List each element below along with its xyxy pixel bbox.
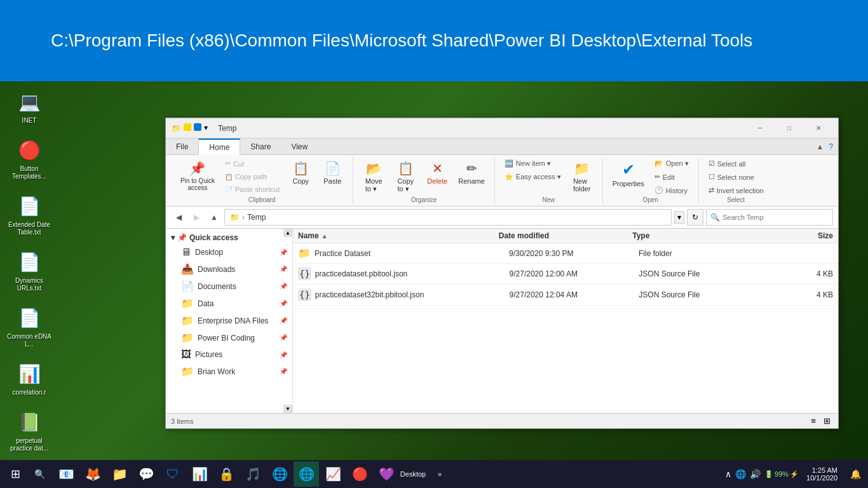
up-button[interactable]: ▲ <box>207 210 222 225</box>
pin-to-quick-access-button[interactable]: 📌 Pin to Quickaccess <box>176 158 219 194</box>
nav-item-desktop[interactable]: 🖥 Desktop 📌 <box>166 244 292 261</box>
edit-button[interactable]: ✏ Edit <box>650 171 693 183</box>
copy-to-button[interactable]: 📋 Copyto ▾ <box>390 158 421 196</box>
nav-item-power-bi-coding[interactable]: 📁 Power BI Coding 📌 <box>166 329 292 346</box>
organize-label: Organize <box>411 196 437 203</box>
data-pin-icon: 📌 <box>280 300 287 307</box>
network-icon[interactable]: 🌐 <box>735 469 746 479</box>
taskbar-red-app[interactable]: 🔴 <box>347 461 372 487</box>
search-box[interactable]: 🔍 <box>706 209 833 226</box>
taskbar-vs-app[interactable]: 💜 <box>374 461 399 487</box>
dropdown-button[interactable]: ▾ <box>674 211 684 224</box>
desktop-icon-button-templates[interactable]: 🔴 Button Templates... <box>6 137 52 180</box>
taskbar-music-app[interactable]: 🎵 <box>240 461 266 487</box>
column-date-modified[interactable]: Date modified <box>499 231 633 240</box>
rename-button[interactable]: ✏ Rename <box>454 158 489 188</box>
delete-button[interactable]: ✕ Delete <box>422 158 452 188</box>
open-button[interactable]: 📂 Open ▾ <box>650 158 693 170</box>
taskbar-clock[interactable]: 1:25 AM 10/1/2020 <box>801 466 843 482</box>
ribbon: File Home Share View ▲ ? 📌 Pin to Quicka… <box>166 139 838 207</box>
taskbar-search-button[interactable]: 🔍 <box>28 463 51 485</box>
ribbon-content: 📌 Pin to Quickaccess ✂ Cut 📋 Copy path <box>166 155 838 206</box>
maximize-button[interactable]: □ <box>775 118 804 139</box>
tab-share[interactable]: Share <box>240 139 281 154</box>
scroll-up-button[interactable]: ▲ <box>283 229 292 237</box>
desktop-icon-common-edna[interactable]: 📄 Common eDNA L... <box>6 305 52 348</box>
select-none-button[interactable]: ☐ Select none <box>704 171 759 183</box>
power-bi-nav-icon: 📁 <box>181 332 194 344</box>
help-icon[interactable]: ? <box>829 142 833 151</box>
cut-button[interactable]: ✂ Cut <box>220 158 284 170</box>
nav-item-data[interactable]: 📁 Data 📌 <box>166 295 292 312</box>
desktop-icon-dynamics-urls[interactable]: 📄 Dynamics URLs.txt <box>6 249 52 292</box>
back-button[interactable]: ◀ <box>171 210 186 225</box>
column-size[interactable]: Size <box>766 231 833 240</box>
table-row[interactable]: {} practicedataset.pbitool.json 9/27/202… <box>293 264 838 285</box>
nav-item-brian-work[interactable]: 📁 Brian Work 📌 <box>166 363 292 380</box>
paste-shortcut-button[interactable]: 📄 Paste shortcut <box>220 184 284 195</box>
paste-button[interactable]: 📄 Paste <box>317 158 348 188</box>
column-name[interactable]: Name ▲ <box>298 231 499 240</box>
tab-file[interactable]: File <box>166 139 198 154</box>
taskbar-desktop-label[interactable]: Desktop <box>400 461 426 487</box>
nav-item-downloads[interactable]: 📥 Downloads 📌 <box>166 261 292 278</box>
brian-work-nav-label: Brian Work <box>198 367 235 376</box>
table-row[interactable]: 📁 Practice Dataset 9/30/2020 9:30 PM Fil… <box>293 243 838 264</box>
move-to-button[interactable]: 📂 Moveto ▾ <box>358 158 389 196</box>
taskbar-mail-app[interactable]: 📧 <box>53 461 79 487</box>
desktop-pin-icon: 📌 <box>280 249 287 256</box>
search-input[interactable] <box>722 214 829 221</box>
tab-view[interactable]: View <box>281 139 318 154</box>
taskbar-browser-app[interactable]: 🦊 <box>80 461 105 487</box>
start-button[interactable]: ⊞ <box>3 461 28 487</box>
top-banner: C:\Program Files (x86)\Common Files\Micr… <box>0 0 868 81</box>
address-path[interactable]: 📁 › Temp <box>224 209 672 226</box>
select-all-icon: ☑ <box>709 159 715 168</box>
scroll-down-button[interactable]: ▼ <box>283 405 292 413</box>
list-view-button[interactable]: ≡ <box>808 415 818 427</box>
desktop-icon-inet[interactable]: 💻 INET <box>6 89 52 125</box>
nav-item-pictures[interactable]: 🖼 Pictures 📌 <box>166 346 292 363</box>
collapse-ribbon-icon[interactable]: ▲ <box>816 142 824 151</box>
perpetual-icon: 📗 <box>17 409 42 435</box>
properties-button[interactable]: ✔ Properties <box>608 158 649 191</box>
downloads-pin-icon: 📌 <box>280 266 287 273</box>
invert-selection-button[interactable]: ⇄ Invert selection <box>704 184 768 196</box>
close-button[interactable]: ✕ <box>804 118 833 139</box>
volume-icon[interactable]: 🔊 <box>750 469 761 479</box>
tab-home[interactable]: Home <box>198 139 240 155</box>
copy-path-button[interactable]: 📋 Copy path <box>220 171 284 182</box>
taskbar-explorer-app[interactable]: 📁 <box>107 461 132 487</box>
taskbar-lock-app[interactable]: 🔒 <box>214 461 239 487</box>
notification-button[interactable]: 🔔 <box>845 461 865 487</box>
history-button[interactable]: 🕐 History <box>650 184 693 196</box>
detail-view-button[interactable]: ⊞ <box>821 415 833 427</box>
minimize-button[interactable]: ─ <box>745 118 775 139</box>
new-item-button[interactable]: 🆕 New item ▾ <box>500 158 566 170</box>
new-folder-button[interactable]: 📁 Newfolder <box>567 158 597 196</box>
copy-to-label: Copyto ▾ <box>397 177 414 193</box>
desktop-icon-perpetual[interactable]: 📗 perpetual practice dat... <box>6 409 52 452</box>
table-row[interactable]: {} practicedataset32bit.pbitool.json 9/2… <box>293 285 838 306</box>
desktop-icon-correlation[interactable]: 📊 correlation.r <box>6 361 52 396</box>
taskbar-powerbi-app[interactable]: 📈 <box>320 461 346 487</box>
easy-access-button[interactable]: ⭐ Easy access ▾ <box>500 171 566 183</box>
refresh-button[interactable]: ↻ <box>687 209 703 226</box>
taskbar-green-app[interactable]: 🌐 <box>294 461 319 487</box>
tray-expand-icon[interactable]: ∧ <box>725 469 731 479</box>
taskbar-skype-app[interactable]: 💬 <box>133 461 159 487</box>
taskbar-shield-app[interactable]: 🛡 <box>160 461 186 487</box>
nav-item-enterprise-dna[interactable]: 📁 Enterprise DNA Files 📌 <box>166 312 292 329</box>
select-all-button[interactable]: ☑ Select all <box>704 158 750 170</box>
taskbar-chrome-app[interactable]: 🌐 <box>267 461 292 487</box>
copy-button[interactable]: 📋 Copy <box>285 158 316 188</box>
column-type[interactable]: Type <box>632 231 766 240</box>
taskbar-expand-button[interactable]: » <box>427 461 452 487</box>
battery-indicator[interactable]: 🔋 99% ⚡ <box>764 470 799 478</box>
explorer-window: 📁 ▾ Temp ─ □ ✕ File Home Share View ▲ <box>165 118 839 429</box>
nav-item-documents[interactable]: 📄 Documents 📌 <box>166 278 292 295</box>
forward-button[interactable]: ▶ <box>189 210 204 225</box>
desktop-icon-extended-date[interactable]: 📄 Extended Date Table.txt <box>6 193 52 236</box>
taskbar-excel-app[interactable]: 📊 <box>187 461 212 487</box>
quick-access-header[interactable]: ▾ 📌 Quick access <box>166 231 292 244</box>
